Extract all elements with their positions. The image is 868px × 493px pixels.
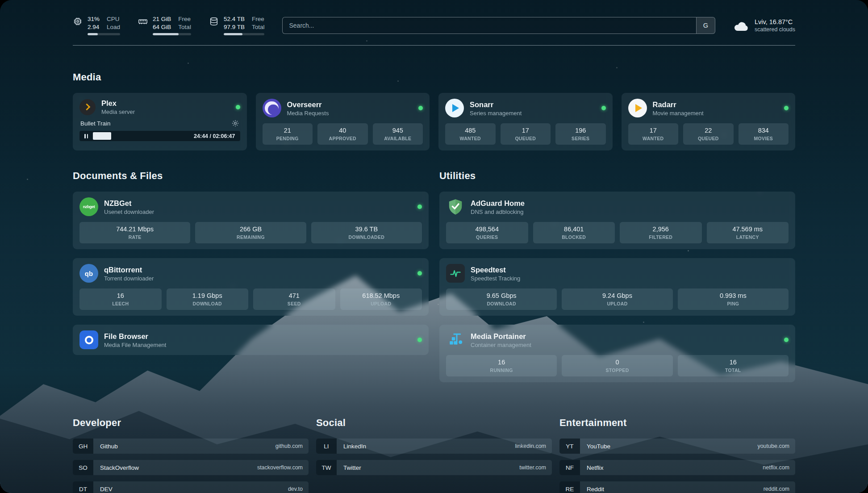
bookmark-group-title: Social [316,417,552,429]
bookmark-abbr: TW [316,460,337,475]
memory-total-value: 64 GiB [153,23,171,31]
service-name: Plex [101,99,230,108]
qbittorrent-icon: qb [79,264,98,283]
bookmark-name: YouTube [580,439,751,454]
stat-seed: 471SEED [253,288,335,310]
memory-total-label: Total [178,23,191,31]
bookmark-group-title: Developer [73,417,309,429]
bookmark-reddit[interactable]: RE Reddit reddit.com [559,481,795,493]
dashboard-page: 31% CPU 2.94 Load 21 GiB Free 64 GiB Tot… [0,0,868,493]
service-card-filebrowser[interactable]: File Browser Media File Management [73,325,429,355]
search-provider-button[interactable]: G [696,17,715,33]
service-card-overseerr[interactable]: Overseerr Media Requests 21PENDING 40APP… [256,93,430,150]
stat-wanted: 17WANTED [628,123,679,145]
bookmark-url: reddit.com [758,481,795,493]
section-title-utilities: Utilities [439,170,795,182]
cloud-icon [733,19,749,32]
service-card-nzbget[interactable]: nzbget NZBGet Usenet downloader 744.21 M… [73,192,429,249]
bookmark-group-title: Entertainment [559,417,795,429]
stat-running: 16RUNNING [446,355,557,376]
bookmark-dev[interactable]: DT DEV dev.to [73,481,309,493]
memory-icon [138,17,148,26]
service-name: NZBGet [104,199,412,208]
service-card-sonarr[interactable]: Sonarr Series management 485WANTED 17QUE… [438,93,613,150]
bookmark-youtube[interactable]: YT YouTube youtube.com [559,439,795,454]
stat-pending: 21PENDING [263,123,313,145]
bookmark-twitter[interactable]: TW Twitter twitter.com [316,460,552,475]
cpu-progress-bar [88,33,120,35]
service-card-speedtest[interactable]: Speedtest Speedtest Tracking 9.65 GbpsDO… [439,258,795,316]
stat-total: 16TOTAL [678,355,789,376]
bookmark-abbr: GH [73,439,93,454]
service-card-plex[interactable]: Plex Media server Bullet Train [73,93,247,150]
bookmark-url: dev.to [282,481,309,493]
cpu-usage-value: 31% [88,15,100,23]
bookmark-url: stackoverflow.com [251,460,309,475]
speedtest-icon [446,264,465,283]
service-card-adguard[interactable]: AdGuard Home DNS and adblocking 498,564Q… [439,192,795,249]
bookmark-stackoverflow[interactable]: SO StackOverflow stackoverflow.com [73,460,309,475]
status-dot [417,338,422,342]
disk-total-value: 97.9 TB [224,23,245,31]
bookmark-url: twitter.com [513,460,552,475]
disk-free-label: Free [252,15,265,23]
stat-upload: 618.52 MbpsUPLOAD [340,288,422,310]
stat-leech: 16LEECH [79,288,162,310]
bookmark-name: LinkedIn [337,439,509,454]
stat-queued: 17QUEUED [501,123,551,145]
stat-available: 945AVAILABLE [373,123,423,145]
section-documents: Documents & Files nzbget NZBGet Usenet d… [73,170,429,364]
memory-widget: 21 GiB Free 64 GiB Total [138,15,191,35]
bookmark-name: Reddit [580,481,758,493]
bookmark-url: youtube.com [751,439,795,454]
bookmark-name: Twitter [337,460,513,475]
memory-progress-bar [153,33,191,35]
playback-progress-fill [93,132,111,140]
bookmark-abbr: DT [73,481,93,493]
settings-gear-icon[interactable] [231,119,239,127]
section-title-documents: Documents & Files [73,170,429,182]
service-card-portainer[interactable]: Media Portainer Container management 16R… [439,325,795,382]
service-desc: Series management [470,110,596,117]
pause-icon[interactable] [79,134,93,138]
adguard-shield-icon [446,197,465,216]
playback-progress-track[interactable] [93,131,189,141]
service-desc: Speedtest Tracking [471,275,789,282]
bookmark-linkedin[interactable]: LI LinkedIn linkedin.com [316,439,552,454]
filebrowser-icon [79,330,98,349]
service-desc: Container management [471,342,778,348]
stat-latency: 47.569 msLATENCY [707,222,789,243]
plex-player-bar[interactable]: 24:44 / 02:06:47 [79,131,240,141]
bookmark-group-entertainment: Entertainment YT YouTube youtube.com NF … [559,417,795,493]
disk-progress-bar [224,33,265,35]
bookmark-abbr: SO [73,460,93,475]
cpu-load-value: 2.94 [88,23,100,31]
cpu-load-label: Load [107,23,120,31]
disk-free-value: 52.4 TB [224,15,245,23]
stat-series: 196SERIES [555,123,606,145]
weather-condition: scattered clouds [755,26,795,33]
service-card-radarr[interactable]: Radarr Movie management 17WANTED 22QUEUE… [622,93,796,150]
memory-free-label: Free [178,15,191,23]
section-media: Media Plex Media server Bullet Train [73,71,795,150]
bookmark-github[interactable]: GH Github github.com [73,439,309,454]
service-card-qbittorrent[interactable]: qb qBittorrent Torrent downloader 16LEEC… [73,258,429,316]
bookmark-netflix[interactable]: NF Netflix netflix.com [559,460,795,475]
weather-widget: Lviv, 16.87°C scattered clouds [733,18,795,33]
cpu-widget: 31% CPU 2.94 Load [73,15,120,35]
stat-wanted: 485WANTED [445,123,496,145]
status-dot [601,106,606,110]
bookmark-abbr: YT [559,439,580,454]
weather-location: Lviv, 16.87°C [755,18,795,26]
service-desc: DNS and adblocking [471,209,789,215]
search-input[interactable] [282,17,715,34]
bookmark-name: Github [93,439,270,454]
stat-remaining: 266 GBREMAINING [195,222,306,243]
cpu-usage-label: CPU [107,15,120,23]
service-desc: Media File Management [104,342,412,348]
stat-filtered: 2,956FILTERED [620,222,702,243]
bookmark-abbr: LI [316,439,337,454]
topbar-divider [73,45,795,46]
stat-rate: 744.21 MbpsRATE [79,222,190,243]
radarr-icon [628,99,647,117]
